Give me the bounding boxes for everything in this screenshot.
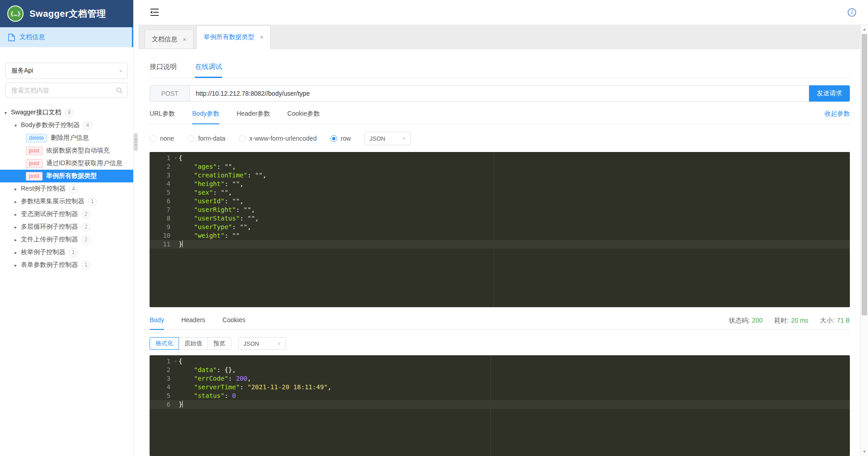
tree-node-label: Swagger接口文档 (11, 108, 61, 117)
send-request-button[interactable]: 发送请求 (809, 85, 850, 102)
editor-line: 6 "userId": "", (150, 197, 850, 206)
code-text: } (179, 240, 183, 249)
collapse-sidebar-button[interactable] (150, 8, 160, 17)
code-text: "ages": "", (179, 162, 236, 171)
radio-label: row (341, 135, 351, 142)
line-number: 7 (150, 206, 179, 214)
tree-group[interactable]: ▸文件上传例子控制器2 (0, 233, 133, 246)
response-editor[interactable]: 1▾{2 "data": {},3 "errCode": 200,4 "serv… (150, 355, 850, 456)
token (179, 366, 194, 373)
tree-group[interactable]: ▸多层循环例子控制器2 (0, 221, 133, 233)
request-content-type-select[interactable]: JSON∨ (364, 132, 411, 145)
token: { (179, 154, 182, 162)
tab-文档信息[interactable]: 文档信息× (145, 29, 194, 49)
tree-group[interactable]: ▸Rest例子控制器4 (0, 182, 133, 195)
token: "weight" (194, 232, 224, 239)
response-tab[interactable]: Cookies (223, 316, 246, 329)
editor-line: 1▾{ (150, 357, 850, 366)
token: } (179, 401, 182, 408)
view-mode-button[interactable]: 原始值 (179, 337, 208, 350)
fold-icon[interactable]: ▾ (175, 357, 177, 366)
body-type-radio[interactable]: row (330, 135, 351, 142)
status-value: 20 ms (791, 317, 808, 324)
tree-group[interactable]: ▾Body参数例子控制器4 (0, 119, 133, 132)
tab-label: 举例所有数据类型 (204, 33, 254, 41)
count-badge: 8 (65, 108, 73, 117)
token: , (262, 172, 266, 179)
token (179, 172, 194, 179)
scrollbar-thumb[interactable] (862, 34, 867, 315)
body-type-radio[interactable]: x-www-form-urlencoded (239, 135, 317, 142)
doc-search-input[interactable] (11, 87, 116, 94)
info-button[interactable]: i (848, 8, 856, 17)
param-tab[interactable]: Header参数 (237, 110, 270, 124)
tree-leaf[interactable]: post依据数据类型自动填充 (0, 144, 133, 157)
line-number: 3 (150, 374, 179, 383)
service-api-select[interactable]: 服务Api ∨ (5, 63, 128, 79)
page-scrollbar[interactable]: ▲ ▼ (860, 25, 868, 456)
status-label: 耗时: (774, 317, 789, 324)
url-input[interactable] (189, 85, 809, 102)
tree-group[interactable]: ▸枚举例子控制器1 (0, 246, 133, 259)
tree-group[interactable]: ▸参数结果集展示控制器1 (0, 195, 133, 208)
code-text: "sex": "", (179, 188, 232, 197)
response-tab[interactable]: Body (150, 316, 164, 330)
param-tab[interactable]: Body参数 (192, 110, 219, 124)
doc-tabs: 接口说明在线调试 (150, 63, 850, 78)
line-number: 2 (150, 162, 179, 171)
splitter-drag-handle[interactable] (134, 133, 138, 151)
tree-node-root[interactable]: ▾Swagger接口文档8 (0, 106, 133, 119)
view-mode-button[interactable]: 格式化 (150, 337, 179, 350)
line-number: 6 (150, 400, 179, 409)
tree-arrow-icon: ▸ (15, 250, 21, 255)
sidebar-item-doc-info[interactable]: 文档信息 (0, 27, 133, 47)
radio-icon (150, 135, 156, 142)
param-tab[interactable]: Cookie参数 (287, 110, 320, 124)
response-content-type-select[interactable]: JSON ∨ (238, 337, 286, 350)
tab-举例所有数据类型[interactable]: 举例所有数据类型× (196, 25, 271, 49)
tree-arrow-icon: ▸ (15, 225, 21, 230)
view-mode-button[interactable]: 预览 (208, 337, 231, 350)
tree-group[interactable]: ▸变态测试例子控制器2 (0, 208, 133, 221)
request-content-type-value: JSON (369, 135, 385, 142)
document-icon (8, 34, 15, 41)
body-type-radio[interactable]: none (150, 135, 174, 142)
body-type-radio[interactable]: form-data (188, 135, 225, 142)
tree-arrow-icon: ▾ (5, 110, 11, 115)
doc-tab[interactable]: 接口说明 (150, 63, 177, 78)
chevron-down-icon: ∨ (119, 68, 123, 73)
text-cursor (182, 401, 183, 407)
line-number: 5 (150, 188, 179, 197)
collapse-params-link[interactable]: 收起参数 (824, 110, 850, 118)
scroll-down-icon[interactable]: ▼ (861, 448, 868, 456)
tree-node-label: 多层循环例子控制器 (21, 223, 78, 231)
tab-close-icon[interactable]: × (260, 34, 263, 41)
param-tab[interactable]: URL参数 (150, 110, 175, 124)
tree-group[interactable]: ▸表单参数例子控制器1 (0, 259, 133, 271)
token: "data" (194, 366, 217, 373)
token: : (224, 232, 232, 239)
doc-tab[interactable]: 在线调试 (195, 63, 222, 78)
scroll-up-icon[interactable]: ▲ (861, 25, 868, 33)
api-tree: ▾Swagger接口文档8▾Body参数例子控制器4delete删除用户信息po… (0, 106, 133, 271)
tree-arrow-icon: ▸ (15, 186, 21, 191)
token (179, 232, 194, 239)
status-item: 状态码:200 (729, 317, 762, 325)
request-editor[interactable]: 1▾{2 "ages": "",3 "creationTime": "",4 "… (150, 152, 850, 307)
tree-leaf[interactable]: post举例所有数据类型 (0, 170, 133, 182)
token: : (232, 223, 240, 230)
response-status: 状态码:200耗时:20 ms大小:71 B (729, 317, 850, 325)
token: , (255, 215, 259, 222)
radio-icon (239, 135, 246, 142)
response-tab[interactable]: Headers (181, 316, 205, 329)
http-method-label: POST (150, 85, 189, 102)
radio-icon (330, 135, 337, 142)
line-number: 6 (150, 197, 179, 206)
tab-close-icon[interactable]: × (183, 36, 186, 43)
tree-leaf[interactable]: post通过ID和类型获取用户信息 (0, 157, 133, 170)
tree-leaf[interactable]: delete删除用户信息 (0, 132, 133, 144)
request-url-bar: POST 发送请求 (150, 85, 850, 102)
line-number: 2 (150, 366, 179, 374)
fold-icon[interactable]: ▾ (175, 154, 177, 162)
editor-line: 5 "status": 0 (150, 392, 850, 400)
